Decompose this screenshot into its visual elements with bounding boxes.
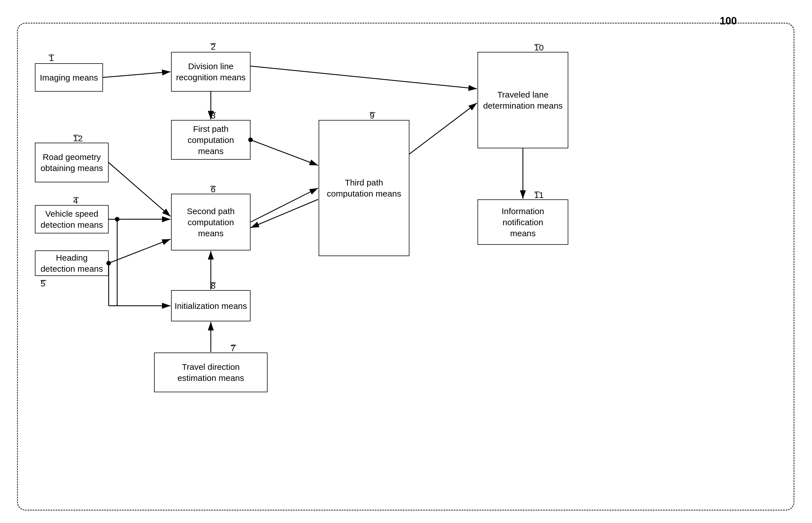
block-traveled-lane: Traveled lanedetermination means bbox=[477, 52, 568, 148]
num-12: 12 bbox=[73, 133, 83, 143]
num-10: 10 bbox=[534, 43, 544, 53]
heading-label: Heading detection means bbox=[38, 252, 105, 274]
block-third-path: Third pathcomputation means bbox=[319, 120, 409, 256]
ref-100-label: 100 bbox=[720, 15, 737, 27]
num-6: 6 bbox=[211, 185, 216, 194]
svg-line-5 bbox=[250, 140, 318, 165]
svg-line-2 bbox=[103, 72, 171, 77]
svg-point-9 bbox=[115, 217, 120, 221]
svg-line-19 bbox=[409, 103, 477, 154]
svg-line-15 bbox=[250, 188, 318, 222]
svg-line-16 bbox=[250, 199, 318, 228]
block-info-notify: Information notificationmeans bbox=[477, 199, 568, 245]
block-heading: Heading detection means bbox=[35, 250, 109, 276]
num-4: 4 bbox=[73, 196, 78, 205]
num-5: 5 bbox=[40, 279, 46, 288]
traveled-lane-label: Traveled lanedetermination means bbox=[483, 89, 563, 111]
block-vehicle-speed: Vehicle speeddetection means bbox=[35, 205, 109, 233]
first-path-label: First pathcomputation means bbox=[175, 123, 247, 157]
imaging-label: Imaging means bbox=[40, 72, 98, 83]
svg-line-3 bbox=[250, 66, 477, 89]
vehicle-speed-label: Vehicle speeddetection means bbox=[40, 208, 103, 230]
num-8: 8 bbox=[211, 281, 216, 291]
svg-line-10 bbox=[109, 239, 171, 263]
diagram-container: 100 Imaging means 1 Division linerecogni… bbox=[17, 23, 794, 510]
block-imaging: Imaging means bbox=[35, 63, 103, 92]
num-9: 9 bbox=[370, 111, 374, 121]
block-second-path: Second pathcomputation means bbox=[171, 194, 250, 250]
block-road-geometry: Road geometryobtaining means bbox=[35, 143, 109, 182]
init-label: Initialization means bbox=[175, 300, 247, 311]
block-init: Initialization means bbox=[171, 290, 250, 321]
block-division-line: Division linerecognition means bbox=[171, 52, 250, 92]
road-geometry-label: Road geometryobtaining means bbox=[40, 151, 103, 174]
info-notify-label: Information notificationmeans bbox=[481, 205, 565, 239]
num-2: 2 bbox=[211, 42, 216, 52]
num-7: 7 bbox=[231, 343, 235, 353]
num-3: 3 bbox=[211, 111, 216, 121]
block-travel-dir: Travel directionestimation means bbox=[154, 353, 267, 392]
travel-dir-label: Travel directionestimation means bbox=[177, 361, 244, 383]
num-11: 11 bbox=[534, 190, 544, 200]
second-path-label: Second pathcomputation means bbox=[175, 205, 247, 239]
division-line-label: Division linerecognition means bbox=[176, 61, 245, 83]
arrows-svg bbox=[18, 23, 794, 510]
block-first-path: First pathcomputation means bbox=[171, 120, 250, 160]
third-path-label: Third pathcomputation means bbox=[327, 177, 401, 199]
num-1: 1 bbox=[49, 53, 54, 63]
svg-line-7 bbox=[109, 163, 171, 216]
